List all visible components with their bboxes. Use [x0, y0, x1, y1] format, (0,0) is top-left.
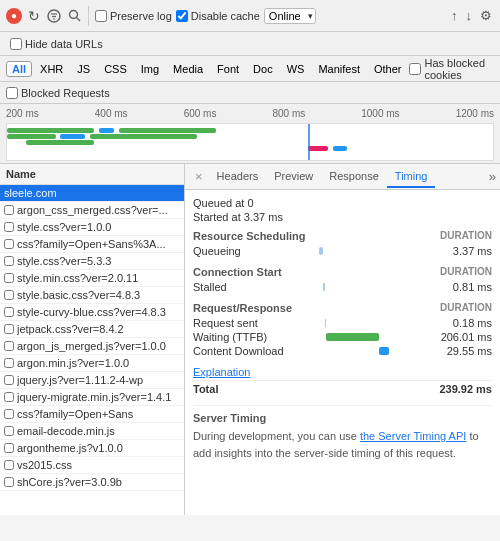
request-row[interactable]: css?family=Open+Sans	[0, 406, 184, 423]
tabs-more-button[interactable]: »	[489, 169, 496, 184]
request-row[interactable]: argon_css_merged.css?ver=...	[0, 202, 184, 219]
waterfall-labels: 200 ms 400 ms 600 ms 800 ms 1000 ms 1200…	[6, 108, 494, 119]
request-row[interactable]: style.css?ver=5.3.3	[0, 253, 184, 270]
request-row-checkbox[interactable]	[4, 324, 14, 334]
request-row[interactable]: style.basic.css?ver=4.8.3	[0, 287, 184, 304]
queueing-bar-wrap	[319, 247, 416, 255]
details-close-button[interactable]: ×	[189, 169, 209, 184]
request-sent-row: Request sent 0.18 ms	[193, 316, 492, 330]
queued-at-row: Queued at 0	[193, 196, 492, 210]
search-button[interactable]	[66, 8, 82, 24]
wf-label-0: 200 ms	[6, 108, 39, 119]
has-blocked-label[interactable]: Has blocked cookies	[409, 57, 494, 81]
wf-label-2: 600 ms	[184, 108, 217, 119]
reload-button[interactable]: ↻	[26, 8, 42, 24]
filter-css[interactable]: CSS	[98, 61, 133, 77]
request-row-checkbox[interactable]	[4, 307, 14, 317]
request-row-checkbox[interactable]	[4, 290, 14, 300]
request-row[interactable]: email-decode.min.js	[0, 423, 184, 440]
waiting-ttfb-value: 206.01 ms	[422, 331, 492, 343]
disable-cache-checkbox[interactable]	[176, 10, 188, 22]
wf-label-5: 1200 ms	[456, 108, 494, 119]
filter-js[interactable]: JS	[71, 61, 96, 77]
request-row-checkbox[interactable]	[4, 205, 14, 215]
request-row[interactable]: style.css?ver=1.0.0	[0, 219, 184, 236]
request-row-name: style.basic.css?ver=4.8.3	[17, 289, 140, 301]
hide-data-urls-label[interactable]: Hide data URLs	[10, 38, 103, 50]
tab-preview[interactable]: Preview	[266, 166, 321, 188]
tab-response[interactable]: Response	[321, 166, 387, 188]
timing-content: Queued at 0 Started at 3.37 ms Resource …	[185, 190, 500, 515]
request-response-section: Request/Response DURATION Request sent 0…	[193, 302, 492, 358]
record-button[interactable]: ●	[6, 8, 22, 24]
filter-manifest[interactable]: Manifest	[312, 61, 366, 77]
online-select[interactable]: Online	[264, 8, 316, 24]
explanation-link[interactable]: Explanation	[193, 366, 251, 378]
filter-all[interactable]: All	[6, 61, 32, 77]
blocked-requests-checkbox[interactable]	[6, 87, 18, 99]
request-row-checkbox[interactable]	[4, 222, 14, 232]
request-row[interactable]: style-curvy-blue.css?ver=4.8.3	[0, 304, 184, 321]
queueing-row: Queueing 3.37 ms	[193, 244, 492, 258]
tab-timing[interactable]: Timing	[387, 166, 436, 188]
filter-doc[interactable]: Doc	[247, 61, 279, 77]
filter-icon-button[interactable]	[46, 8, 62, 24]
request-row-name: css?family=Open+Sans%3A...	[17, 238, 166, 250]
request-row-checkbox[interactable]	[4, 477, 14, 487]
import-button[interactable]: ↑	[449, 6, 460, 25]
request-row-checkbox[interactable]	[4, 256, 14, 266]
resource-scheduling-section: Resource Scheduling DURATION Queueing 3.…	[193, 230, 492, 258]
request-row-checkbox[interactable]	[4, 341, 14, 351]
request-row[interactable]: jquery-migrate.min.js?ver=1.4.1	[0, 389, 184, 406]
request-row[interactable]: sleele.com	[0, 185, 184, 202]
request-row-name: email-decode.min.js	[17, 425, 115, 437]
request-row[interactable]: shCore.js?ver=3.0.9b	[0, 474, 184, 491]
request-row[interactable]: jquery.js?ver=1.11.2-4-wp	[0, 372, 184, 389]
hide-data-urls-text: Hide data URLs	[25, 38, 103, 50]
request-row-checkbox[interactable]	[4, 375, 14, 385]
request-row[interactable]: style.min.css?ver=2.0.11	[0, 270, 184, 287]
request-row[interactable]: argon.min.js?ver=1.0.0	[0, 355, 184, 372]
filter-font[interactable]: Font	[211, 61, 245, 77]
tab-headers[interactable]: Headers	[209, 166, 267, 188]
request-row-checkbox[interactable]	[4, 392, 14, 402]
stalled-label: Stalled	[193, 281, 313, 293]
request-row-checkbox[interactable]	[4, 273, 14, 283]
request-row-checkbox[interactable]	[4, 239, 14, 249]
request-row-checkbox[interactable]	[4, 409, 14, 419]
request-row[interactable]: css?family=Open+Sans%3A...	[0, 236, 184, 253]
request-row-name: jetpack.css?ver=8.4.2	[17, 323, 124, 335]
filter-other[interactable]: Other	[368, 61, 408, 77]
requests-panel: Name sleele.comargon_css_merged.css?ver=…	[0, 164, 185, 515]
has-blocked-checkbox[interactable]	[409, 63, 421, 75]
blocked-requests-label[interactable]: Blocked Requests	[6, 87, 110, 99]
wf-label-1: 400 ms	[95, 108, 128, 119]
request-row-checkbox[interactable]	[4, 358, 14, 368]
request-row[interactable]: argontheme.js?v1.0.0	[0, 440, 184, 457]
queued-at-label: Queued at 0	[193, 197, 254, 209]
request-row-checkbox[interactable]	[4, 460, 14, 470]
wf-label-4: 1000 ms	[361, 108, 399, 119]
preserve-log-checkbox[interactable]	[95, 10, 107, 22]
filter-ws[interactable]: WS	[281, 61, 311, 77]
request-row[interactable]: argon_js_merged.js?ver=1.0.0	[0, 338, 184, 355]
request-row[interactable]: vs2015.css	[0, 457, 184, 474]
total-row: Total 239.92 ms	[193, 380, 492, 397]
blocked-requests-text: Blocked Requests	[21, 87, 110, 99]
filter-img[interactable]: Img	[135, 61, 165, 77]
waterfall-timeline: 200 ms 400 ms 600 ms 800 ms 1000 ms 1200…	[0, 104, 500, 164]
disable-cache-label[interactable]: Disable cache	[176, 10, 260, 22]
request-row-name: jquery.js?ver=1.11.2-4-wp	[17, 374, 143, 386]
request-row[interactable]: jetpack.css?ver=8.4.2	[0, 321, 184, 338]
request-row-checkbox[interactable]	[4, 443, 14, 453]
hide-data-urls-checkbox[interactable]	[10, 38, 22, 50]
export-button[interactable]: ↓	[464, 6, 475, 25]
content-download-bar-wrap	[319, 347, 416, 355]
server-timing-api-link[interactable]: the Server Timing API	[360, 430, 466, 442]
filter-xhr[interactable]: XHR	[34, 61, 69, 77]
settings-button[interactable]: ⚙	[478, 6, 494, 25]
started-at-row: Started at 3.37 ms	[193, 210, 492, 224]
request-row-checkbox[interactable]	[4, 426, 14, 436]
preserve-log-label[interactable]: Preserve log	[95, 10, 172, 22]
filter-media[interactable]: Media	[167, 61, 209, 77]
